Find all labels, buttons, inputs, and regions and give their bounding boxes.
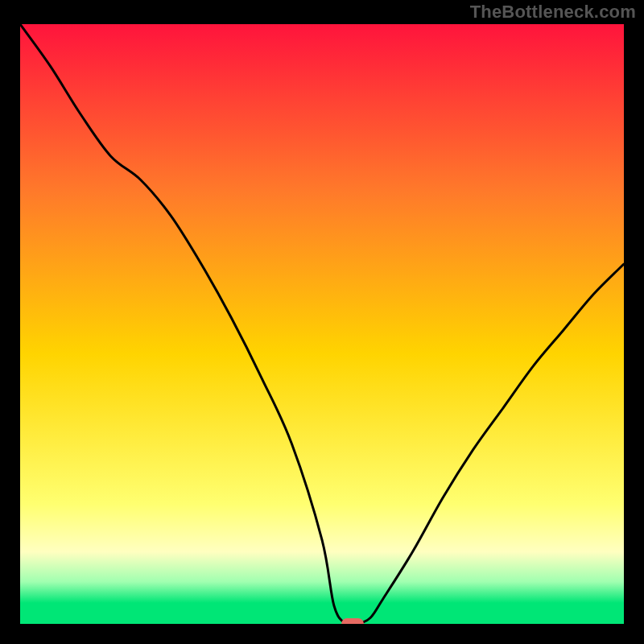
optimal-marker [341,618,364,624]
attribution-text: TheBottleneck.com [470,2,636,23]
bottleneck-plot [20,24,624,624]
gradient-background [20,24,624,624]
chart-frame: TheBottleneck.com [0,0,644,644]
plot-svg [20,24,624,624]
